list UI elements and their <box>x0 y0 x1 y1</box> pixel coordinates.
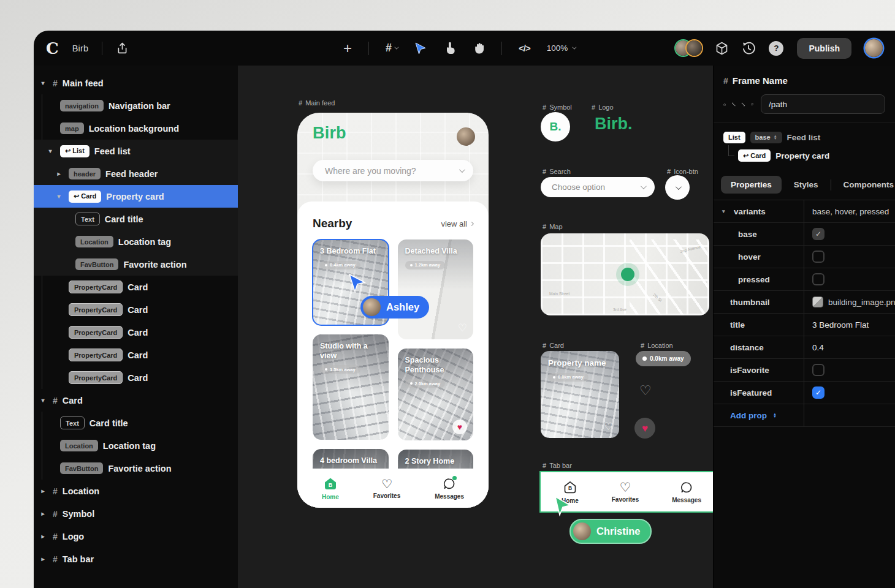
design-canvas[interactable]: # Main feed Birb Where are you moving? N… <box>238 66 713 588</box>
frame-label-card[interactable]: # Card <box>543 342 564 349</box>
frame-label-location[interactable]: # Location <box>641 342 673 349</box>
layer-row[interactable]: ▾ ↩ List Feed list <box>34 140 238 162</box>
frame-tool[interactable]: # <box>386 42 397 55</box>
layer-row[interactable]: PropertyCard Card <box>34 344 238 366</box>
profile-avatar[interactable] <box>457 127 475 146</box>
share-icon[interactable] <box>116 42 129 55</box>
tree-caret-icon[interactable]: ▸ <box>38 510 48 517</box>
favorite-filled-component[interactable]: ♥ <box>634 418 655 439</box>
layer-row[interactable]: FavButton Favortie action <box>34 457 238 480</box>
pointer-tool[interactable] <box>444 42 456 55</box>
code-tool[interactable]: </> <box>519 43 530 53</box>
layer-row[interactable]: FavButton Favorite action <box>34 253 238 276</box>
property-card[interactable]: Spacious Penthouse 2.0km away ♥ <box>398 349 474 440</box>
add-prop-button[interactable]: Add prop ▲▼ <box>714 404 804 426</box>
layer-row[interactable]: Text Card title <box>34 208 238 230</box>
breadcrumb-property-card[interactable]: ↩ Card Property card <box>723 146 885 165</box>
frame-label-main-feed[interactable]: # Main feed <box>299 99 335 107</box>
map-component[interactable]: Main Street 3rd Ave 2nd Avenue 7th St <box>541 233 709 315</box>
tree-caret-icon[interactable]: ▾ <box>54 193 64 200</box>
layer-row[interactable]: map Location background <box>34 117 238 140</box>
checkbox[interactable] <box>812 251 825 263</box>
project-name[interactable]: Birb <box>72 43 89 53</box>
tab-styles[interactable]: Styles <box>784 176 828 194</box>
checkbox[interactable] <box>812 386 825 399</box>
prop-value[interactable]: 0.4 <box>804 336 895 358</box>
layer-row[interactable]: ▸ # Symbol <box>34 502 238 525</box>
search-select-component[interactable]: Choose option <box>541 177 655 197</box>
tree-caret-icon[interactable]: ▸ <box>38 556 48 562</box>
frame-label-search[interactable]: # Search <box>543 168 571 175</box>
frame-label-icon-btn[interactable]: # Icon-btn <box>667 168 698 175</box>
layer-row[interactable]: PropertyCard Card <box>34 298 238 321</box>
layer-row[interactable]: ▸ # Logo <box>34 525 238 548</box>
tab-components[interactable]: Components <box>834 176 895 194</box>
tree-caret-icon[interactable]: ▾ <box>38 397 48 404</box>
logo-component[interactable]: Birb. <box>595 115 633 134</box>
layer-row[interactable]: ▸ # Location <box>34 480 238 502</box>
layer-row[interactable]: PropertyCard Card <box>34 321 238 344</box>
layer-row[interactable]: Text Card title <box>34 412 238 434</box>
frame-label-symbol[interactable]: # Symbol <box>543 104 572 111</box>
assets-icon[interactable] <box>715 42 728 55</box>
search-input[interactable]: Where are you moving? <box>313 160 473 181</box>
hand-tool[interactable] <box>473 42 485 55</box>
insert-tool[interactable]: + <box>343 41 352 56</box>
favorite-heart-icon[interactable]: ♡ <box>458 322 467 334</box>
prop-value[interactable]: base, hover, pressed <box>804 200 895 222</box>
tab-messages[interactable]: Messages <box>672 481 701 503</box>
app-logo[interactable]: C <box>46 39 59 58</box>
layer-row[interactable]: Location Location tag <box>34 230 238 253</box>
thumbnail-value[interactable]: building_image.png <box>804 291 895 313</box>
favorite-heart-button[interactable]: ♥ <box>452 420 467 434</box>
refresh-icon[interactable] <box>751 99 753 110</box>
tab-favorites[interactable]: ♡ Favorites <box>373 478 400 499</box>
icon-button-component[interactable] <box>665 175 690 200</box>
checkbox[interactable] <box>812 364 825 376</box>
tree-caret-icon[interactable]: ▸ <box>54 170 64 177</box>
layer-row[interactable]: navigation Navigation bar <box>34 94 238 117</box>
favorite-heart-icon[interactable]: ♡ <box>604 420 613 433</box>
layer-row[interactable]: ▾ ↩ Card Property card <box>34 185 238 208</box>
tree-caret-icon[interactable]: ▾ <box>45 148 55 154</box>
back-icon[interactable] <box>732 102 736 107</box>
user-avatar[interactable] <box>865 39 883 57</box>
layer-row[interactable]: ▸ # Tab bar <box>34 548 238 570</box>
frame-label-map[interactable]: # Map <box>543 223 563 230</box>
layer-row[interactable]: PropertyCard Card <box>34 366 238 389</box>
tab-home[interactable]: B Home <box>322 477 339 500</box>
location-tag-component[interactable]: 0.0km away <box>636 351 691 366</box>
checkbox[interactable] <box>812 273 825 285</box>
view-all-link[interactable]: view all <box>441 219 473 228</box>
forward-icon[interactable] <box>741 102 745 107</box>
zoom-control[interactable]: 100% <box>547 43 576 53</box>
layer-row[interactable]: ▾ # Main feed <box>34 72 238 94</box>
publish-button[interactable]: Publish <box>797 38 851 59</box>
help-icon[interactable]: ? <box>769 41 783 56</box>
frame-label-logo[interactable]: # Logo <box>592 104 614 111</box>
select-tool[interactable] <box>414 42 427 55</box>
tab-messages[interactable]: Messages <box>435 477 464 500</box>
history-icon[interactable] <box>742 42 755 55</box>
home-icon[interactable] <box>723 99 726 110</box>
tree-caret-icon[interactable]: ▸ <box>38 533 48 540</box>
layer-row[interactable]: ▾ # Card <box>34 389 238 412</box>
breadcrumb-feed-list[interactable]: List base ▲▼ Feed list <box>723 128 885 146</box>
tab-properties[interactable]: Properties <box>721 176 782 194</box>
favorite-outline-component[interactable]: ♡ <box>639 383 652 399</box>
card-component[interactable]: Property name 0.0km away ♡ <box>541 351 619 438</box>
prop-value[interactable]: 3 Bedroom Flat <box>804 314 895 336</box>
property-card[interactable]: Studio with a view 1.5km away <box>313 334 389 440</box>
frame-label-tab-bar[interactable]: # Tab bar <box>543 462 572 469</box>
main-feed-frame[interactable]: Birb Where are you moving? Nearby view a… <box>297 113 489 508</box>
tree-caret-icon[interactable]: ▾ <box>38 80 48 86</box>
tree-caret-icon[interactable]: ▸ <box>38 488 48 494</box>
path-input[interactable] <box>761 94 885 114</box>
variant-badge[interactable]: base ▲▼ <box>750 132 782 143</box>
collapse-caret-icon[interactable]: ▾ <box>722 208 730 214</box>
symbol-component[interactable]: B. <box>541 112 570 141</box>
layer-row[interactable]: ▸ header Feed header <box>34 162 238 185</box>
checkbox[interactable] <box>812 228 825 240</box>
layer-row[interactable]: PropertyCard Card <box>34 276 238 298</box>
layer-row[interactable]: Location Location tag <box>34 434 238 457</box>
